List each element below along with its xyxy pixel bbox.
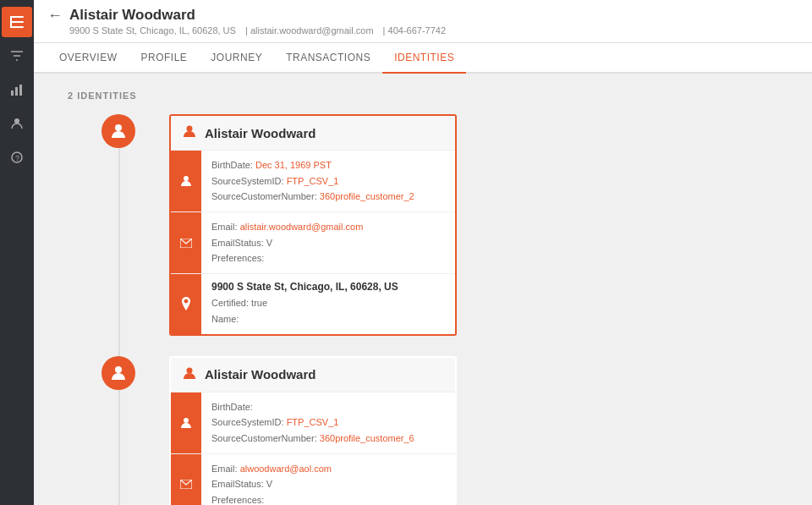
header-email: alistair.woodward@gmail.com xyxy=(250,25,374,36)
main-content: ← Alistair Woodward 9900 S State St, Chi… xyxy=(34,0,812,505)
svg-rect-3 xyxy=(10,16,12,28)
sidebar: ? xyxy=(0,0,34,505)
birthdate-field-2: BirthDate: xyxy=(211,399,445,415)
svg-text:?: ? xyxy=(15,154,19,162)
card-person-icon-1 xyxy=(183,124,196,141)
svg-rect-0 xyxy=(10,16,24,18)
birthdate-field-1: BirthDate: Dec 31, 1969 PST xyxy=(211,157,445,173)
avatar-circle-1 xyxy=(102,114,135,148)
svg-point-16 xyxy=(184,418,189,423)
email-status-field-2: EmailStatus: V xyxy=(211,476,445,492)
svg-point-7 xyxy=(14,118,19,124)
header-address: 9900 S State St, Chicago, IL, 60628, US xyxy=(69,25,236,36)
card-email-body-2: Email: alwoodward@aol.com EmailStatus: V… xyxy=(201,454,455,505)
preferences-field-1: Preferences: xyxy=(211,250,445,266)
address-full-1: 9900 S State St, Chicago, IL, 60628, US xyxy=(211,281,445,293)
card-person-icon-2 xyxy=(183,366,196,383)
avatar-2 xyxy=(68,356,169,390)
header: ← Alistair Woodward 9900 S State St, Chi… xyxy=(34,0,812,43)
avatar-1 xyxy=(68,114,169,148)
card-email-section-2: Email: alwoodward@aol.com EmailStatus: V… xyxy=(171,454,455,505)
svg-rect-2 xyxy=(10,26,24,28)
people-icon[interactable] xyxy=(2,108,32,139)
source-customer-field-2: SourceCustomerNumber: 360profile_custome… xyxy=(211,431,445,447)
source-system-field-2: SourceSystemID: FTP_CSV_1 xyxy=(211,414,445,431)
tab-identities[interactable]: IDENTITIES xyxy=(382,43,466,74)
chart-icon[interactable] xyxy=(2,74,32,105)
svg-rect-5 xyxy=(15,87,18,96)
certified-field-1: Certified: true xyxy=(211,295,445,311)
card-profile-section-1: BirthDate: Dec 31, 1969 PST SourceSystem… xyxy=(171,151,455,212)
avatar-circle-2 xyxy=(102,356,135,390)
help-icon[interactable]: ? xyxy=(2,142,32,173)
card-title-2: Alistair Woodward xyxy=(205,367,315,381)
svg-rect-4 xyxy=(11,91,14,96)
profile-icon-2 xyxy=(171,392,201,453)
card-address-body-1: 9900 S State St, Chicago, IL, 60628, US … xyxy=(201,274,455,333)
card-email-section-1: Email: alistair.woodward@gmail.com Email… xyxy=(171,212,455,274)
location-icon-1 xyxy=(171,274,201,333)
tab-transactions[interactable]: TRANSACTIONS xyxy=(274,43,382,74)
identity-card-2[interactable]: Alistair Woodward BirthDate: xyxy=(169,356,457,506)
email-icon-1 xyxy=(171,212,201,273)
identity-item-1: Alistair Woodward BirthDate: Dec 31, 196… xyxy=(68,114,778,336)
email-status-field-1: EmailStatus: V xyxy=(211,235,445,251)
tab-journey[interactable]: JOURNEY xyxy=(199,43,274,74)
content-area: 2 IDENTITIES xyxy=(34,74,812,505)
card-address-section-1: 9900 S State St, Chicago, IL, 60628, US … xyxy=(171,274,455,333)
filter-icon[interactable] xyxy=(2,41,32,71)
source-customer-field-1: SourceCustomerNumber: 360profile_custome… xyxy=(211,189,445,205)
card-header-1: Alistair Woodward xyxy=(171,116,455,151)
preferences-field-2: Preferences: xyxy=(211,492,445,505)
svg-point-11 xyxy=(187,126,193,132)
tab-overview[interactable]: OVERVIEW xyxy=(47,43,129,74)
identities-timeline: Alistair Woodward BirthDate: Dec 31, 196… xyxy=(68,114,778,505)
email-icon-2 xyxy=(171,454,201,505)
header-phone: 404-667-7742 xyxy=(388,25,447,36)
email-field-1: Email: alistair.woodward@gmail.com xyxy=(211,219,445,235)
card-header-2: Alistair Woodward xyxy=(171,358,455,392)
email-field-2: Email: alwoodward@aol.com xyxy=(211,461,445,477)
header-meta: 9900 S State St, Chicago, IL, 60628, US … xyxy=(69,25,798,36)
card-profile-section-2: BirthDate: SourceSystemID: FTP_CSV_1 Sou… xyxy=(171,392,455,454)
svg-point-14 xyxy=(115,366,122,373)
svg-point-12 xyxy=(184,176,189,181)
tab-profile[interactable]: PROFILE xyxy=(129,43,199,74)
section-label: 2 IDENTITIES xyxy=(68,91,778,101)
svg-rect-6 xyxy=(19,85,22,96)
svg-rect-1 xyxy=(10,21,24,23)
source-system-field-1: SourceSystemID: FTP_CSV_1 xyxy=(211,173,445,189)
svg-point-10 xyxy=(115,124,122,131)
name-field-1: Name: xyxy=(211,311,445,327)
menu-icon[interactable] xyxy=(2,7,32,37)
back-button[interactable]: ← xyxy=(47,8,63,23)
nav-tabs: OVERVIEW PROFILE JOURNEY TRANSACTIONS ID… xyxy=(34,43,812,74)
card-title-1: Alistair Woodward xyxy=(205,126,315,140)
customer-name: Alistair Woodward xyxy=(69,7,195,24)
identity-item-2: Alistair Woodward BirthDate: xyxy=(68,356,778,506)
identity-card-1[interactable]: Alistair Woodward BirthDate: Dec 31, 196… xyxy=(169,114,457,336)
card-email-body-1: Email: alistair.woodward@gmail.com Email… xyxy=(201,212,455,273)
svg-point-15 xyxy=(187,367,193,373)
card-profile-body-2: BirthDate: SourceSystemID: FTP_CSV_1 Sou… xyxy=(201,392,455,453)
profile-icon-1 xyxy=(171,151,201,211)
card-profile-body-1: BirthDate: Dec 31, 1969 PST SourceSystem… xyxy=(201,151,455,211)
